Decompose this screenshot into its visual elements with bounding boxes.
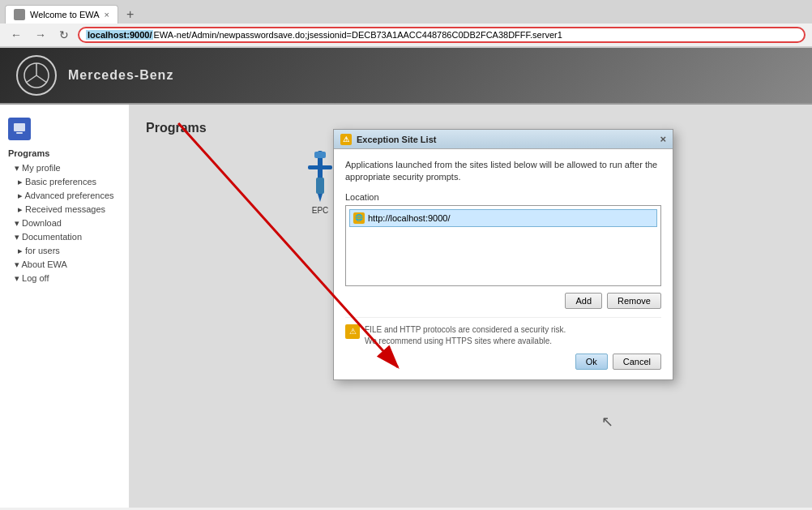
tab-bar: Welcome to EWA × + xyxy=(0,0,812,24)
location-row[interactable]: 🌐 http://localhost:9000/ xyxy=(349,209,657,227)
dialog-title-icon: ⚠ xyxy=(340,134,352,145)
address-bar-wrapper[interactable]: localhost:9000/ xyxy=(78,27,806,43)
ok-cancel-actions: Ok Cancel xyxy=(345,354,661,370)
dialog-body: Applications launched from the sites lis… xyxy=(334,149,673,379)
new-tab-button[interactable]: + xyxy=(122,6,139,24)
location-list-box: 🌐 http://localhost:9000/ xyxy=(345,205,661,286)
cancel-button[interactable]: Cancel xyxy=(613,354,661,370)
tab-title: Welcome to EWA xyxy=(30,10,100,19)
content-area: Programs EPC xyxy=(130,105,812,508)
svg-line-2 xyxy=(26,75,36,83)
tab-favicon xyxy=(14,9,25,20)
sidebar-basic-prefs[interactable]: ▸ Basic preferences xyxy=(0,175,129,189)
dialog-title: ⚠ Exception Site List xyxy=(340,134,436,145)
add-button[interactable]: Add xyxy=(565,293,602,309)
forward-button[interactable]: → xyxy=(31,27,50,43)
svg-rect-5 xyxy=(16,132,23,134)
sidebar-programs-section[interactable]: Programs xyxy=(0,145,129,161)
app-container: Mercedes-Benz Programs ▾ My profile ▸ Ba… xyxy=(0,48,812,508)
dialog-overlay: ⚠ Exception Site List × Applications lau… xyxy=(130,105,812,508)
warning-icon: ⚠ xyxy=(345,324,360,339)
brand-name: Mercedes-Benz xyxy=(68,68,173,83)
sidebar: Programs ▾ My profile ▸ Basic preference… xyxy=(0,105,130,508)
add-remove-actions: Add Remove xyxy=(345,293,661,309)
app-header: Mercedes-Benz xyxy=(0,48,812,105)
location-label: Location xyxy=(345,192,661,202)
remove-button[interactable]: Remove xyxy=(607,293,661,309)
active-tab[interactable]: Welcome to EWA × xyxy=(5,5,118,24)
sidebar-download[interactable]: ▾ Download xyxy=(0,216,129,230)
sidebar-myprofile[interactable]: ▾ My profile xyxy=(0,161,129,175)
sidebar-aboutewa[interactable]: ▾ About EWA xyxy=(0,258,129,272)
main-layout: Programs ▾ My profile ▸ Basic preference… xyxy=(0,105,812,508)
svg-rect-4 xyxy=(14,123,25,131)
sidebar-received-messages[interactable]: ▸ Received messages xyxy=(0,203,129,216)
dialog-description: Applications launched from the sites lis… xyxy=(345,159,661,184)
tab-close-btn[interactable]: × xyxy=(105,10,109,19)
back-button[interactable]: ← xyxy=(6,27,26,43)
sidebar-advanced-prefs[interactable]: ▸ Advanced preferences xyxy=(0,189,129,203)
svg-line-3 xyxy=(36,75,47,83)
dialog-title-bar: ⚠ Exception Site List × xyxy=(334,130,673,149)
exception-site-list-dialog: ⚠ Exception Site List × Applications lau… xyxy=(333,129,673,380)
sidebar-documentation[interactable]: ▾ Documentation xyxy=(0,230,129,244)
refresh-button[interactable]: ↻ xyxy=(55,27,73,43)
browser-chrome: Welcome to EWA × + ← → ↻ localhost:9000/ xyxy=(0,0,812,48)
location-icon: 🌐 xyxy=(353,212,365,224)
nav-bar: ← → ↻ localhost:9000/ xyxy=(0,24,812,47)
ok-button[interactable]: Ok xyxy=(575,354,608,370)
dialog-close-button[interactable]: × xyxy=(660,133,666,145)
sidebar-forusers[interactable]: ▸ for users xyxy=(0,244,129,258)
address-bar-input[interactable] xyxy=(153,30,797,40)
dialog-warning: ⚠ FILE and HTTP protocols are considered… xyxy=(345,317,661,347)
address-highlight: localhost:9000/ xyxy=(86,30,153,40)
mercedes-logo xyxy=(16,55,57,96)
warning-text: FILE and HTTP protocols are considered a… xyxy=(365,324,566,347)
location-url-text: http://localhost:9000/ xyxy=(368,213,451,223)
sidebar-logoff[interactable]: ▾ Log off xyxy=(0,272,129,285)
